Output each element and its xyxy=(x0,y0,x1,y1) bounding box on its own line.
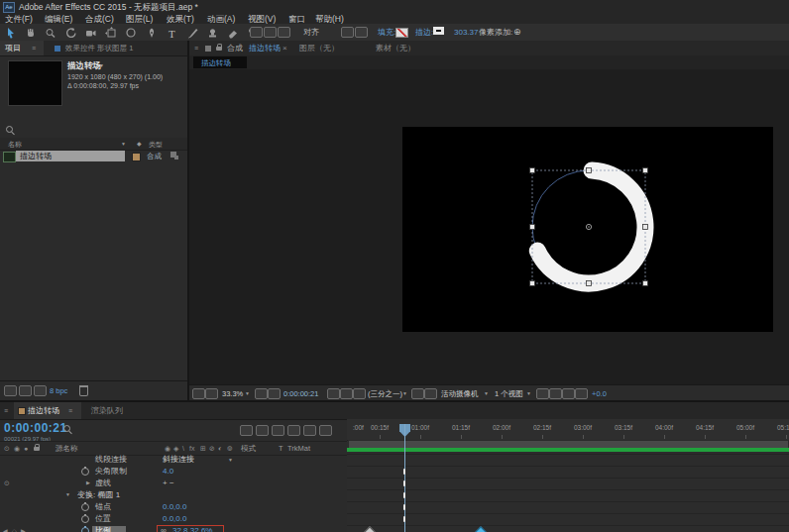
switch-shy-icon[interactable]: ◉ xyxy=(165,445,170,452)
item-label-chip[interactable] xyxy=(132,153,141,161)
brush-tool-icon[interactable] xyxy=(186,26,199,39)
channel-icon[interactable] xyxy=(353,388,366,399)
hand-tool-icon[interactable] xyxy=(24,26,37,39)
snap-align-label[interactable]: 对齐 xyxy=(303,29,319,37)
timeline-track-area[interactable]: :00f 00:15f 01:00f 01:15f 02:00f 02:15f … xyxy=(347,419,789,532)
switch-motion-blur-icon[interactable]: ⊘ xyxy=(209,445,215,452)
menu-help[interactable]: 帮助(H) xyxy=(315,15,344,24)
add-label[interactable]: 添加: xyxy=(495,29,512,37)
safe-zones-icon[interactable] xyxy=(255,388,268,399)
hide-shy-layers-icon[interactable] xyxy=(272,425,284,436)
timeline-search-input[interactable] xyxy=(75,423,224,434)
video-eye-icon[interactable]: ⊙ xyxy=(4,445,10,452)
fill-label[interactable]: 填充: xyxy=(378,29,395,37)
mask-visibility-icon[interactable] xyxy=(250,27,263,38)
audio-icon[interactable]: ◉ xyxy=(14,445,20,452)
selection-tool-icon[interactable] xyxy=(4,26,17,39)
property-value[interactable]: 4.0 xyxy=(163,468,173,476)
frame-blending-icon[interactable] xyxy=(287,425,300,436)
dropdown-caret-icon[interactable]: ▼ xyxy=(228,458,233,463)
stopwatch-active-icon[interactable] xyxy=(81,527,89,532)
show-snapshot-icon[interactable] xyxy=(205,388,218,399)
column-source-name[interactable]: 源名称 xyxy=(56,445,78,453)
comp-title-caret-icon[interactable]: ▼ xyxy=(99,63,104,68)
timeline-button-icon[interactable] xyxy=(424,388,437,399)
property-label[interactable]: 虚线 xyxy=(95,479,111,487)
timeline-timecode[interactable]: 0:00:00:21 xyxy=(4,422,67,434)
flowchart-icon[interactable] xyxy=(562,388,575,399)
fast-preview-icon[interactable] xyxy=(411,388,424,399)
new-composition-icon[interactable] xyxy=(34,385,47,396)
shape-ellipse-tool-icon[interactable] xyxy=(125,26,138,39)
tab-composition-name[interactable]: 描边转场 xyxy=(249,45,281,53)
resolution-value[interactable]: (三分之一) xyxy=(368,390,402,398)
fill-color-swatch[interactable] xyxy=(395,28,408,38)
expand-caret-icon[interactable]: ▶ xyxy=(86,480,90,485)
transparency-grid-icon[interactable] xyxy=(340,388,353,399)
add-keyframe-icon[interactable]: ◇ xyxy=(12,528,17,532)
viewer-timecode[interactable]: 0:00:00:21 xyxy=(283,390,318,398)
new-folder-icon[interactable] xyxy=(19,385,32,396)
convert-vertex-icon[interactable] xyxy=(355,27,368,38)
shape-layer-icon[interactable] xyxy=(264,27,277,38)
lock-column-icon[interactable] xyxy=(34,447,40,451)
group-label[interactable]: 变换: 椭圆 1 xyxy=(77,491,120,499)
viewer-canvas[interactable] xyxy=(189,69,789,384)
item-name[interactable]: 描边转场 xyxy=(20,153,52,160)
menu-window[interactable]: 窗口 xyxy=(288,15,305,24)
view-caret-icon[interactable]: ▼ xyxy=(526,391,531,396)
switch-fx-icon[interactable]: fx xyxy=(189,445,194,452)
property-label[interactable]: 锚点 xyxy=(95,503,111,511)
clone-stamp-tool-icon[interactable] xyxy=(206,26,219,39)
rotobezier-icon[interactable] xyxy=(278,27,290,38)
menu-file[interactable]: 文件(F) xyxy=(5,15,33,24)
menu-view[interactable]: 视图(V) xyxy=(248,15,276,24)
prev-keyframe-icon[interactable]: ◀ xyxy=(3,528,8,532)
property-label[interactable]: 尖角限制 xyxy=(95,468,127,476)
menu-edit[interactable]: 编辑(E) xyxy=(45,15,72,24)
expand-caret-icon[interactable]: ▼ xyxy=(65,492,70,497)
search-icon[interactable] xyxy=(6,126,13,133)
snapshot-icon[interactable] xyxy=(192,388,205,399)
bit-depth-label[interactable]: 8 bpc xyxy=(50,387,67,395)
tab-project[interactable]: 项目 ≡ xyxy=(0,41,44,55)
stopwatch-icon[interactable] xyxy=(81,515,89,523)
row-eye-icon[interactable]: ⊙ xyxy=(4,479,10,486)
pen-tool-icon[interactable] xyxy=(146,26,159,39)
camera-tool-icon[interactable] xyxy=(84,26,97,39)
comp-subtab[interactable]: 描边转场 xyxy=(193,56,247,68)
label-column-icon[interactable]: ◆ xyxy=(137,141,142,147)
property-label[interactable]: 位置 xyxy=(95,515,111,523)
stopwatch-icon[interactable] xyxy=(81,503,89,511)
timeline-panel-menu-icon[interactable]: ≡ xyxy=(4,407,8,414)
property-value[interactable]: 0.0,0.0 xyxy=(163,515,186,523)
tab-footage[interactable]: 素材（无） xyxy=(376,45,415,53)
comp-title[interactable]: 描边转场 xyxy=(67,61,101,70)
next-keyframe-icon[interactable]: ▶ xyxy=(21,528,26,532)
search-input[interactable] xyxy=(18,125,176,135)
column-name[interactable]: 名称 xyxy=(8,141,22,148)
tab-timeline-comp[interactable]: 描边转场 ≡ xyxy=(14,402,81,419)
tab-layer[interactable]: 图层（无） xyxy=(299,45,339,53)
property-label[interactable]: 比例 xyxy=(95,527,111,532)
dash-add-remove[interactable]: + − xyxy=(163,479,174,487)
camera-caret-icon[interactable]: ▼ xyxy=(484,391,489,396)
exposure-value[interactable]: +0.0 xyxy=(592,390,607,398)
property-value[interactable]: 0.0,0.0 xyxy=(163,503,186,511)
type-tool-icon[interactable]: T xyxy=(166,26,178,39)
menu-effect[interactable]: 效果(T) xyxy=(167,15,194,24)
property-label[interactable]: 线段连接 xyxy=(95,456,127,464)
rotation-tool-icon[interactable] xyxy=(64,26,77,39)
pixel-aspect-icon[interactable] xyxy=(536,388,549,399)
add-shape-icon[interactable]: ⊕ xyxy=(513,28,521,37)
stroke-label[interactable]: 描边: xyxy=(415,29,433,37)
switch-collapse-icon[interactable]: ◈ xyxy=(173,445,178,452)
exposure-gain-icon[interactable] xyxy=(575,388,588,399)
keyframe-diamond[interactable] xyxy=(364,526,375,532)
draft-3d-icon[interactable] xyxy=(256,425,269,436)
menu-animation[interactable]: 动画(A) xyxy=(207,15,235,24)
tab-close-icon[interactable]: × xyxy=(282,45,287,53)
line-join-dropdown[interactable]: 斜接连接 xyxy=(163,456,194,464)
switch-frame-blend-icon[interactable]: ⊞ xyxy=(200,445,206,452)
zoom-level[interactable]: 33.3% xyxy=(222,390,243,398)
